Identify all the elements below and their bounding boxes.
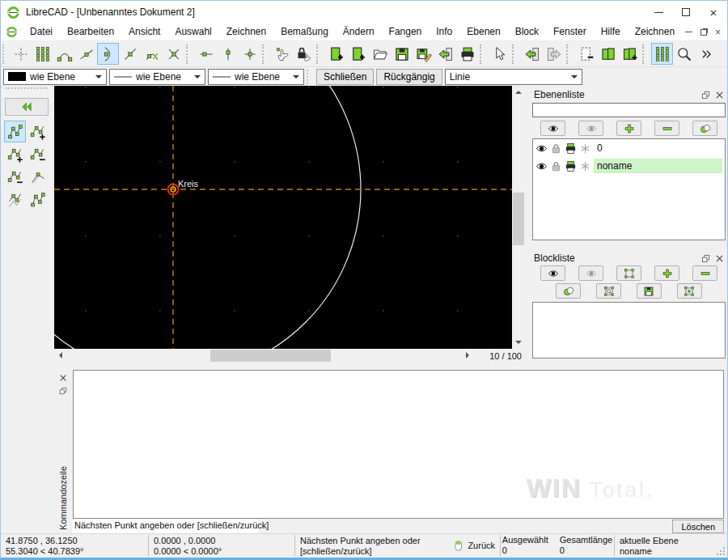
two-documents-button[interactable] — [597, 43, 619, 65]
tool-polyline-delete-between-button[interactable] — [4, 166, 26, 188]
menu-item-fangen[interactable]: Fangen — [382, 23, 430, 40]
toolbar-overflow-button[interactable] — [695, 43, 717, 65]
save-block-button[interactable] — [637, 283, 662, 299]
menu-item-zeichnen[interactable]: Zeichnen — [219, 23, 273, 40]
restrict-nothing-button[interactable] — [239, 43, 260, 65]
float-panel-icon[interactable] — [59, 387, 67, 395]
scroll-left-button[interactable] — [54, 349, 67, 362]
layer-filter-input[interactable] — [532, 103, 726, 117]
add-document-button[interactable] — [619, 43, 641, 65]
vertical-scroll-thumb[interactable] — [513, 193, 524, 245]
menu-item-ebenen[interactable]: Ebenen — [459, 23, 507, 40]
float-panel-icon[interactable] — [701, 91, 710, 100]
layer-construction-icon[interactable] — [579, 160, 591, 172]
layer-visible-icon[interactable] — [535, 142, 548, 155]
layer-lock-icon[interactable] — [550, 142, 562, 155]
save-document-button[interactable] — [391, 43, 413, 65]
add-block-button[interactable] — [654, 265, 679, 281]
mdi-close-button[interactable]: × — [715, 28, 721, 37]
edit-layer-attributes-button[interactable] — [692, 121, 717, 136]
open-document-button[interactable] — [369, 43, 391, 65]
snap-grid-button[interactable] — [32, 43, 53, 65]
menu-item-datei[interactable]: Datei — [23, 23, 60, 40]
hide-all-layers-button[interactable] — [578, 121, 603, 136]
menu-item-bearbeiten[interactable]: Bearbeiten — [60, 23, 121, 40]
tool-polyline-append-node-button[interactable] — [4, 143, 26, 165]
dock-handle[interactable] — [6, 87, 48, 91]
redo-button[interactable] — [543, 43, 565, 65]
pen-color-combo[interactable]: wie Ebene — [3, 69, 107, 85]
print-button[interactable] — [456, 43, 478, 65]
snap-entity-button[interactable] — [75, 43, 97, 65]
horizontal-scrollbar[interactable] — [54, 349, 474, 363]
menu-item-fenster[interactable]: Fenster — [546, 23, 594, 40]
maximize-button[interactable] — [672, 1, 700, 23]
minimize-button[interactable] — [645, 1, 672, 23]
close-panel-icon[interactable] — [715, 254, 724, 263]
layer-visible-icon[interactable] — [535, 160, 548, 172]
tool-polyline-equidistant-button[interactable] — [4, 189, 26, 210]
layer-lock-icon[interactable] — [550, 160, 562, 172]
remove-layer-button[interactable] — [654, 121, 679, 136]
scroll-right-button[interactable] — [461, 349, 474, 362]
export-document-button[interactable] — [434, 43, 456, 65]
block-list[interactable] — [532, 302, 726, 358]
resize-grip[interactable] — [717, 547, 726, 556]
snap-middle-button[interactable] — [119, 43, 141, 65]
rename-block-button[interactable] — [556, 283, 581, 299]
horizontal-scroll-thumb[interactable] — [210, 350, 331, 362]
menu-item-hilfe[interactable]: Hilfe — [594, 23, 628, 40]
zoom-button[interactable] — [673, 43, 695, 65]
scroll-up-button[interactable] — [512, 86, 525, 99]
menu-item-ndern[interactable]: Ändern — [336, 23, 382, 40]
tool-polyline-add-node-button[interactable] — [27, 121, 49, 142]
command-input[interactable]: Nächsten Punkt angeben oder [schließen/z… — [72, 520, 258, 533]
snap-distance-button[interactable] — [141, 43, 163, 65]
mdi-minimize-button[interactable] — [685, 32, 692, 32]
layer-name[interactable]: 0 — [594, 141, 722, 155]
tool-polyline-button[interactable] — [4, 121, 26, 142]
scroll-down-button[interactable] — [512, 336, 525, 349]
menu-item-block[interactable]: Block — [508, 23, 546, 40]
undo-action-button[interactable]: Rückgängig — [376, 69, 442, 85]
close-document-button[interactable] — [575, 43, 597, 65]
new-document-button[interactable] — [325, 43, 347, 65]
toggle-block-visibility-button[interactable] — [616, 265, 641, 281]
hide-all-blocks-button[interactable] — [578, 265, 603, 281]
close-panel-icon[interactable] — [715, 91, 724, 100]
restrict-horizontal-button[interactable] — [195, 43, 217, 65]
new-from-template-button[interactable] — [347, 43, 369, 65]
selection-pointer-button[interactable] — [489, 43, 510, 65]
show-all-layers-button[interactable] — [540, 121, 565, 136]
mdi-restore-button[interactable] — [700, 29, 707, 36]
pen-width-combo[interactable]: wie Ebene — [109, 69, 205, 85]
insert-block-button[interactable] — [677, 283, 702, 299]
layer-construction-icon[interactable] — [579, 142, 591, 155]
show-all-blocks-button[interactable] — [540, 265, 565, 281]
layer-row[interactable]: 0 — [533, 139, 725, 157]
tool-polyline-trim-button[interactable] — [27, 166, 49, 188]
grid-toggle-button[interactable] — [651, 43, 673, 65]
close-button[interactable]: × — [700, 1, 727, 23]
snap-endpoint-button[interactable] — [53, 43, 75, 65]
restrict-vertical-button[interactable] — [217, 43, 239, 65]
layer-name[interactable]: noname — [594, 159, 722, 173]
menu-item-bemaung[interactable]: Bemaßung — [273, 23, 336, 40]
add-layer-button[interactable] — [616, 121, 641, 136]
menu-item-auswahl[interactable]: Auswahl — [167, 23, 218, 40]
menu-item-ansicht[interactable]: Ansicht — [121, 23, 167, 40]
pen-linetype-combo[interactable]: wie Ebene — [208, 69, 304, 85]
close-action-button[interactable]: Schließen — [316, 69, 374, 85]
current-tool-combo[interactable]: Linie — [445, 69, 582, 85]
set-relative-zero-button[interactable] — [271, 43, 293, 65]
tools-back-button[interactable] — [5, 98, 49, 116]
layer-row-current[interactable]: noname — [533, 157, 725, 175]
toolbar-handle[interactable] — [2, 45, 7, 64]
toolbar-handle[interactable] — [307, 70, 311, 84]
drawing-canvas[interactable]: Kreis — [54, 86, 512, 349]
vertical-scrollbar[interactable] — [512, 86, 525, 349]
remove-block-button[interactable] — [692, 265, 717, 281]
close-panel-icon[interactable] — [59, 374, 67, 382]
clear-command-button[interactable]: Löschen — [672, 520, 724, 533]
save-as-button[interactable] — [413, 43, 434, 65]
